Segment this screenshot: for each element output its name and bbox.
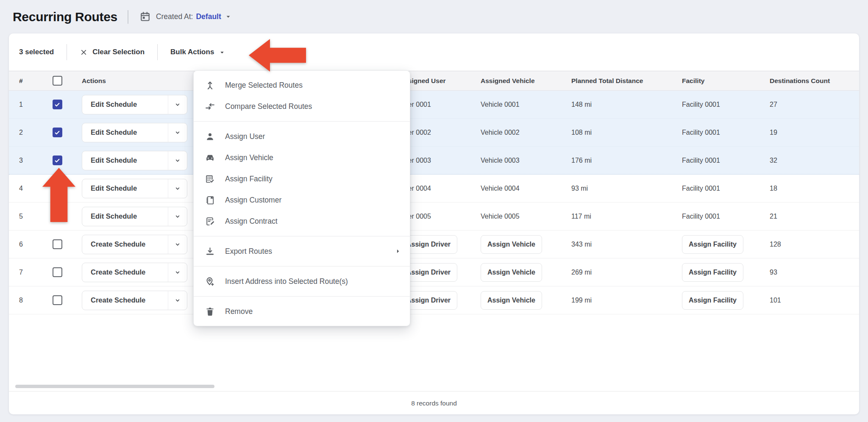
destinations-count-cell: 32	[759, 147, 859, 174]
facility-button[interactable]: Assign Facility	[682, 263, 743, 282]
insert-address-icon	[205, 276, 215, 287]
menu-item-label: Assign Contract	[225, 217, 402, 226]
menu-item-compare-selected-routes[interactable]: Compare Selected Routes	[194, 96, 410, 117]
menu-item-insert-address-into-selected-route-s[interactable]: Insert Address into Selected Route(s)	[194, 271, 410, 292]
menu-item-label: Assign Vehicle	[225, 153, 402, 162]
menu-item-export-routes[interactable]: Export Routes	[194, 241, 410, 262]
header-actions: Actions	[76, 71, 195, 90]
schedule-action-button[interactable]: Edit Schedule	[82, 123, 187, 142]
row-index: 5	[19, 213, 23, 220]
destinations-count-cell: 21	[759, 203, 859, 230]
bulk-actions-button[interactable]: Bulk Actions	[170, 48, 225, 56]
menu-item-label: Assign Facility	[225, 175, 402, 183]
destinations-count: 18	[770, 185, 777, 192]
row-index-cell: 2	[9, 119, 38, 146]
schedule-action-button[interactable]: Create Schedule	[82, 263, 187, 282]
bulk-actions-menu: Merge Selected RoutesCompare Selected Ro…	[193, 70, 410, 326]
row-actions-cell: Edit Schedule	[76, 147, 195, 174]
facility-icon	[205, 174, 215, 184]
header-planned-total-distance: Planned Total Distance	[568, 71, 678, 90]
menu-item-assign-contract[interactable]: Assign Contract	[194, 211, 410, 232]
planned-distance: 108 mi	[571, 129, 592, 136]
row-index: 1	[19, 101, 23, 108]
assigned-vehicle-button[interactable]: Assign Vehicle	[481, 291, 542, 310]
schedule-action-button[interactable]: Edit Schedule	[82, 95, 187, 114]
row-checkbox[interactable]	[53, 267, 62, 277]
schedule-action-button[interactable]: Create Schedule	[82, 235, 187, 254]
row-checkbox[interactable]	[53, 239, 62, 249]
chevron-down-icon	[173, 268, 182, 277]
facility-text: Facility 0001	[682, 129, 720, 136]
assigned-vehicle-text: Vehicle 0004	[481, 185, 520, 192]
row-actions-cell: Edit Schedule	[76, 175, 195, 202]
facility-cell: Assign Facility	[678, 258, 759, 286]
schedule-action-label: Edit Schedule	[82, 212, 168, 220]
created-at-filter[interactable]: Created At: Default	[139, 11, 237, 22]
planned-distance-cell: 108 mi	[568, 119, 678, 146]
clear-selection-button[interactable]: Clear Selection	[80, 48, 145, 56]
row-index-cell: 5	[9, 203, 38, 230]
menu-item-assign-user[interactable]: Assign User	[194, 126, 410, 147]
schedule-action-button[interactable]: Edit Schedule	[82, 179, 187, 198]
destinations-count-cell: 27	[759, 91, 859, 118]
menu-item-label: Insert Address into Selected Route(s)	[225, 277, 402, 286]
facility-button[interactable]: Assign Facility	[682, 235, 743, 254]
row-actions-cell: Create Schedule	[76, 286, 195, 314]
facility-cell: Facility 0001	[678, 91, 759, 118]
table-row: 7Create ScheduleAssign DriverAssign Vehi…	[9, 258, 859, 286]
schedule-action-button[interactable]: Create Schedule	[82, 291, 187, 310]
schedule-action-button[interactable]: Edit Schedule	[82, 207, 187, 226]
schedule-action-caret[interactable]	[168, 151, 187, 170]
table-footer: 8 records found	[9, 391, 859, 415]
facility-text: Facility 0001	[682, 101, 720, 108]
schedule-action-caret[interactable]	[168, 179, 187, 198]
assigned-vehicle-text: Vehicle 0001	[481, 101, 520, 108]
clear-selection-label: Clear Selection	[92, 48, 145, 56]
row-checkbox[interactable]	[53, 100, 62, 109]
menu-item-label: Assign Customer	[225, 196, 402, 205]
menu-item-assign-facility[interactable]: Assign Facility	[194, 168, 410, 189]
row-checkbox[interactable]	[53, 128, 62, 137]
bulk-actions-label: Bulk Actions	[170, 48, 214, 56]
select-all-checkbox[interactable]	[53, 76, 62, 86]
menu-item-label: Assign User	[225, 132, 402, 141]
planned-distance-cell: 176 mi	[568, 147, 678, 174]
chevron-right-icon	[394, 247, 402, 255]
menu-item-assign-customer[interactable]: Assign Customer	[194, 189, 410, 211]
calendar-icon	[139, 11, 151, 22]
header-index: #	[9, 71, 38, 90]
page-header: Recurring Routes Created At: Default	[0, 0, 868, 33]
row-checkbox[interactable]	[53, 295, 62, 305]
schedule-action-caret[interactable]	[168, 235, 187, 254]
schedule-action-caret[interactable]	[168, 95, 187, 114]
row-checkbox[interactable]	[53, 155, 62, 165]
assigned-vehicle-button[interactable]: Assign Vehicle	[481, 263, 542, 282]
menu-item-remove[interactable]: Remove	[194, 301, 410, 322]
schedule-action-caret[interactable]	[168, 291, 187, 310]
schedule-action-caret[interactable]	[168, 263, 187, 282]
caret-down-icon	[225, 13, 232, 20]
schedule-action-button[interactable]: Edit Schedule	[82, 151, 187, 170]
assigned-vehicle-cell: Vehicle 0004	[477, 175, 568, 202]
row-index-cell: 1	[9, 91, 38, 118]
menu-item-label: Merge Selected Routes	[225, 81, 402, 90]
schedule-action-caret[interactable]	[168, 207, 187, 226]
row-index: 3	[19, 157, 23, 164]
destinations-count: 101	[770, 297, 781, 304]
chevron-down-icon	[173, 240, 182, 249]
clear-x-icon	[80, 48, 88, 56]
horizontal-scrollbar-thumb[interactable]	[15, 385, 214, 388]
assigned-vehicle-cell: Assign Vehicle	[477, 286, 568, 314]
schedule-action-caret[interactable]	[168, 123, 187, 142]
menu-item-assign-vehicle[interactable]: Assign Vehicle	[194, 147, 410, 168]
records-found-text: 8 records found	[411, 400, 457, 407]
routes-table: # Actions Assigned User Assigned Vehicle…	[9, 71, 859, 314]
facility-button[interactable]: Assign Facility	[682, 291, 743, 310]
filter-label: Created At:	[156, 12, 193, 21]
destinations-count: 93	[770, 269, 777, 276]
table-row: 2Edit ScheduleUser 0002Vehicle 0002108 m…	[9, 119, 859, 147]
assigned-vehicle-button[interactable]: Assign Vehicle	[481, 235, 542, 254]
planned-distance-cell: 343 mi	[568, 230, 678, 258]
row-index-cell: 8	[9, 286, 38, 314]
menu-item-merge-selected-routes[interactable]: Merge Selected Routes	[194, 75, 410, 96]
